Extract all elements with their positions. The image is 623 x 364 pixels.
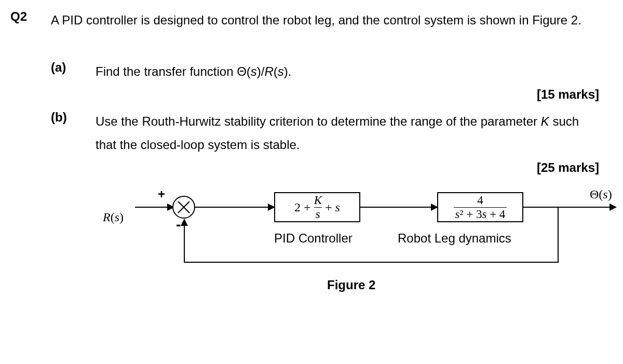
- pid-block: 2 + K s + s: [274, 192, 360, 222]
- arrow-feedback: [181, 219, 188, 226]
- question-prompt: A PID controller is designed to control …: [51, 9, 602, 31]
- plant-fraction: 4 s² + 3s + 4: [454, 194, 507, 221]
- feedback-up: [184, 225, 185, 263]
- pid-caption: PID Controller: [274, 231, 353, 246]
- part-a-text: Find the transfer function Θ(s)/R(s).: [96, 60, 602, 83]
- plant-num: 4: [476, 194, 485, 207]
- feedback-across: [184, 262, 559, 263]
- part-b-row: (b) Use the Routh-Hurwitz stability crit…: [51, 110, 602, 156]
- pid-plus-s: + s: [325, 200, 340, 214]
- question-number: Q2: [10, 9, 36, 24]
- feedback-down: [558, 207, 559, 263]
- line-pid-to-plant: [360, 207, 432, 208]
- part-a-label: (a): [51, 60, 77, 75]
- part-b-label: (b): [51, 110, 77, 125]
- pid-two-plus: 2 +: [294, 200, 311, 214]
- part-b-marks: [25 marks]: [51, 160, 599, 175]
- block-diagram: R(s) + - 2 + K s + s: [103, 183, 623, 298]
- plant-block: 4 s² + 3s + 4: [437, 192, 523, 222]
- plant-den: s² + 3s + 4: [454, 207, 507, 221]
- figure-caption: Figure 2: [327, 278, 375, 292]
- part-a-row: (a) Find the transfer function Θ(s)/R(s)…: [51, 60, 602, 83]
- pid-K: K: [313, 194, 323, 207]
- minus-sign: -: [176, 217, 181, 233]
- line-sum-to-pid: [195, 207, 269, 208]
- part-a-marks: [15 marks]: [51, 87, 599, 102]
- output-label: Θ(s): [590, 187, 612, 201]
- question-page: Q2 A PID controller is designed to contr…: [0, 0, 623, 298]
- arrow-output: [610, 204, 617, 211]
- pid-s-den: s: [314, 207, 322, 221]
- pid-fraction: K s: [313, 194, 323, 221]
- plus-sign: +: [158, 187, 165, 201]
- parts-container: (a) Find the transfer function Θ(s)/R(s)…: [51, 60, 602, 298]
- question-header-row: Q2 A PID controller is designed to contr…: [10, 9, 602, 31]
- summing-junction: [172, 196, 195, 219]
- line-input: [135, 207, 168, 208]
- input-label: R(s): [103, 210, 124, 224]
- part-b-text: Use the Routh-Hurwitz stability criterio…: [96, 110, 602, 156]
- line-output: [523, 207, 611, 208]
- plant-caption: Robot Leg dynamics: [398, 231, 511, 246]
